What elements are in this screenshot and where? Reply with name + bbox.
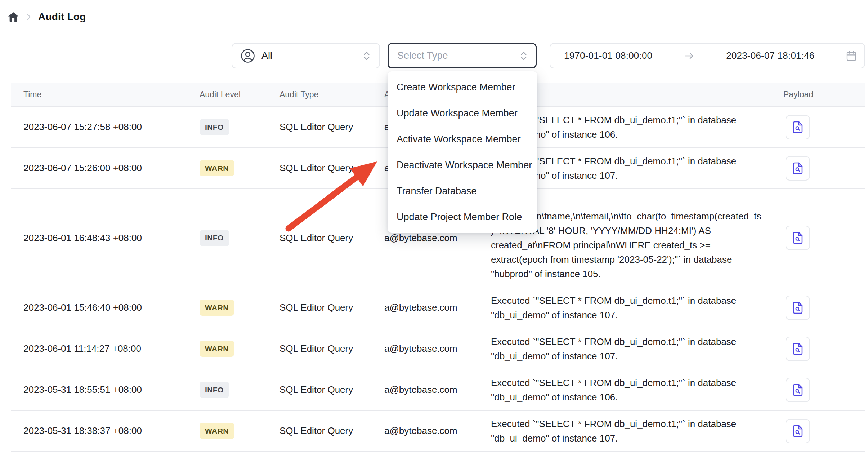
user-filter-value: All bbox=[261, 50, 272, 61]
file-search-icon bbox=[791, 162, 804, 175]
payload-cell bbox=[772, 337, 865, 361]
table-row: 2023-05-31 18:38:37 +08:00 WARN SQL Edit… bbox=[11, 411, 865, 452]
comment-cell: Executed `"SELECT * FROM db_ui_demo.t1;"… bbox=[491, 293, 772, 322]
file-search-icon bbox=[791, 231, 804, 244]
audit-type-cell: SQL Editor Query bbox=[279, 343, 384, 354]
actor-cell: a@bytebase.com bbox=[384, 384, 491, 395]
dropdown-item-transfer-database[interactable]: Transfer Database bbox=[388, 178, 537, 204]
audit-type-cell: SQL Editor Query bbox=[279, 302, 384, 313]
audit-level-badge: WARN bbox=[200, 423, 234, 439]
time-cell: 2023-06-01 16:48:43 +08:00 bbox=[11, 232, 200, 244]
payload-cell bbox=[772, 419, 865, 443]
audit-level-badge: WARN bbox=[200, 300, 234, 316]
user-filter-select[interactable]: All bbox=[232, 43, 380, 68]
level-cell: WARN bbox=[200, 300, 279, 316]
type-filter-placeholder: Select Type bbox=[397, 50, 448, 61]
audit-type-cell: SQL Editor Query bbox=[279, 425, 384, 436]
arrow-right-icon bbox=[684, 50, 695, 62]
view-payload-button[interactable] bbox=[786, 378, 810, 402]
payload-cell bbox=[772, 115, 865, 139]
column-header-audit-type: Audit Type bbox=[279, 90, 384, 99]
date-range-picker[interactable]: 1970-01-01 08:00:00 2023-06-07 18:01:46 bbox=[550, 43, 865, 68]
actor-cell: a@bytebase.com bbox=[384, 302, 491, 313]
file-search-icon bbox=[791, 121, 804, 134]
actor-cell: a@bytebase.com bbox=[384, 232, 491, 244]
table-row: 2023-05-31 18:55:51 +08:00 INFO SQL Edit… bbox=[11, 369, 865, 411]
column-header-audit-level: Audit Level bbox=[200, 90, 279, 99]
table-row: 2023-06-01 15:46:40 +08:00 WARN SQL Edit… bbox=[11, 287, 865, 328]
level-cell: INFO bbox=[200, 230, 279, 246]
type-dropdown-menu: Create Workspace Member Update Workspace… bbox=[388, 71, 537, 233]
type-filter-select[interactable]: Select Type bbox=[388, 43, 537, 68]
comment-cell: Executed `"SELECT * FROM db_ui_demo.t1;"… bbox=[491, 334, 772, 363]
file-search-icon bbox=[791, 425, 804, 438]
time-cell: 2023-06-01 15:46:40 +08:00 bbox=[11, 302, 200, 313]
view-payload-button[interactable] bbox=[786, 419, 810, 443]
audit-type-cell: SQL Editor Query bbox=[279, 163, 384, 174]
column-header-payload: Payload bbox=[772, 90, 865, 99]
breadcrumb: Audit Log bbox=[7, 9, 86, 25]
level-cell: WARN bbox=[200, 423, 279, 439]
audit-level-badge: INFO bbox=[200, 119, 229, 135]
actor-cell: a@bytebase.com bbox=[384, 343, 491, 354]
date-range-end: 2023-06-07 18:01:46 bbox=[726, 50, 814, 61]
time-cell: 2023-05-31 18:55:51 +08:00 bbox=[11, 384, 200, 395]
level-cell: WARN bbox=[200, 341, 279, 357]
audit-type-cell: SQL Editor Query bbox=[279, 384, 384, 395]
payload-cell bbox=[772, 156, 865, 181]
actor-cell: a@bytebase.com bbox=[384, 425, 491, 436]
time-cell: 2023-05-31 18:38:37 +08:00 bbox=[11, 425, 200, 436]
view-payload-button[interactable] bbox=[786, 296, 810, 320]
payload-cell bbox=[772, 296, 865, 320]
level-cell: INFO bbox=[200, 382, 279, 398]
audit-type-cell: SQL Editor Query bbox=[279, 232, 384, 244]
view-payload-button[interactable] bbox=[786, 115, 810, 139]
chevron-right-icon bbox=[24, 12, 33, 22]
time-cell: 2023-06-01 11:14:27 +08:00 bbox=[11, 343, 200, 354]
comment-cell: Executed `"SELECT * FROM db_ui_demo.t1;"… bbox=[491, 417, 772, 445]
file-search-icon bbox=[791, 342, 804, 355]
audit-level-badge: INFO bbox=[200, 230, 229, 246]
dropdown-item-deactivate-workspace-member[interactable]: Deactivate Workspace Member bbox=[388, 152, 537, 178]
time-cell: 2023-06-07 15:27:58 +08:00 bbox=[11, 121, 200, 133]
payload-cell bbox=[772, 226, 865, 250]
audit-level-badge: WARN bbox=[200, 341, 234, 357]
dropdown-item-create-workspace-member[interactable]: Create Workspace Member bbox=[388, 74, 537, 100]
level-cell: INFO bbox=[200, 119, 279, 135]
audit-level-badge: WARN bbox=[200, 160, 234, 176]
home-icon[interactable] bbox=[7, 11, 19, 23]
audit-log-page: Audit Log All Select Type 1970-01-01 08:… bbox=[0, 0, 868, 457]
user-circle-icon bbox=[240, 48, 255, 63]
chevrons-up-down-icon bbox=[361, 50, 372, 61]
time-cell: 2023-06-07 15:26:00 +08:00 bbox=[11, 163, 200, 174]
dropdown-item-update-project-member-role[interactable]: Update Project Member Role bbox=[388, 204, 537, 230]
column-header-time: Time bbox=[11, 90, 200, 99]
date-range-start: 1970-01-01 08:00:00 bbox=[564, 50, 652, 61]
table-row: 2023-06-01 11:14:27 +08:00 WARN SQL Edit… bbox=[11, 328, 865, 369]
audit-level-badge: INFO bbox=[200, 382, 229, 398]
chevrons-up-down-icon bbox=[518, 50, 529, 61]
view-payload-button[interactable] bbox=[786, 337, 810, 361]
page-title: Audit Log bbox=[38, 11, 86, 23]
level-cell: WARN bbox=[200, 160, 279, 176]
comment-cell: Executed `"SELECT * FROM db_ui_demo.t1;"… bbox=[491, 376, 772, 404]
file-search-icon bbox=[791, 383, 804, 396]
calendar-icon bbox=[846, 50, 857, 62]
view-payload-button[interactable] bbox=[786, 226, 810, 250]
dropdown-item-update-workspace-member[interactable]: Update Workspace Member bbox=[388, 100, 537, 126]
file-search-icon bbox=[791, 301, 804, 314]
dropdown-item-activate-workspace-member[interactable]: Activate Workspace Member bbox=[388, 126, 537, 152]
view-payload-button[interactable] bbox=[786, 156, 810, 181]
payload-cell bbox=[772, 378, 865, 402]
audit-type-cell: SQL Editor Query bbox=[279, 121, 384, 133]
